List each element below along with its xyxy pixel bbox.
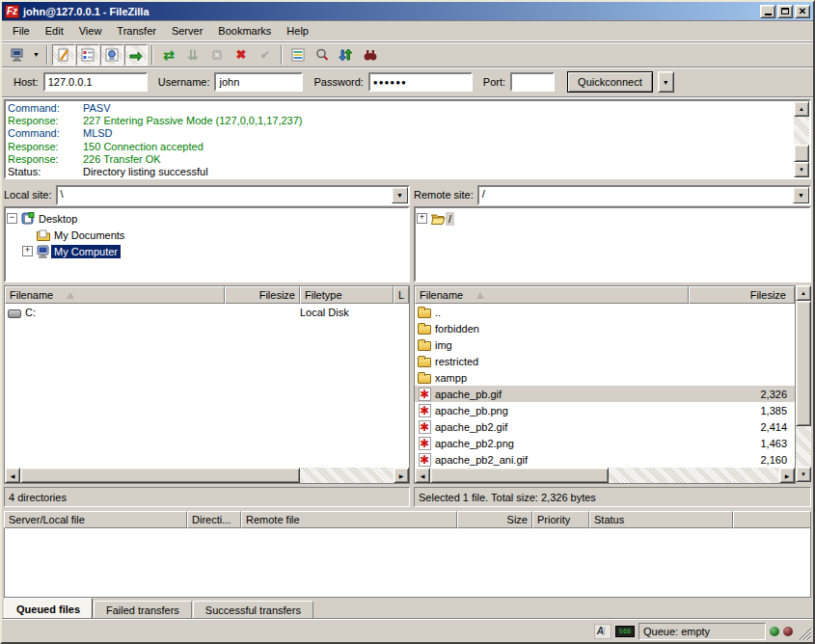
cancel-operation-button[interactable] <box>205 44 229 66</box>
column-header-filesize[interactable]: Filesize <box>225 286 300 304</box>
column-header-status[interactable]: Status <box>589 511 733 528</box>
reconnect-button[interactable]: ✔ <box>254 44 277 66</box>
tab-successful-transfers[interactable]: Successful transfers <box>193 601 313 619</box>
column-header-last-modified[interactable]: L <box>394 286 409 304</box>
file-row-restricted[interactable]: restricted <box>415 353 795 369</box>
column-header-direction[interactable]: Directi... <box>187 511 241 528</box>
refresh-button[interactable]: ⇄ <box>157 44 180 66</box>
port-input[interactable] <box>510 72 555 92</box>
file-row-xampp[interactable]: xampp <box>415 369 795 386</box>
queue-list[interactable] <box>4 528 811 598</box>
remote-list-header: Filename Filesize <box>415 286 795 304</box>
scroll-left-button[interactable]: ◀ <box>415 468 430 483</box>
scrollbar-thumb[interactable] <box>20 468 300 483</box>
ascii-data-type-icon[interactable]: A▏ <box>594 624 611 639</box>
column-header-size[interactable]: Size <box>457 511 532 528</box>
toggle-transfer-queue-button[interactable] <box>124 44 148 66</box>
menu-transfer[interactable]: Transfer <box>110 23 163 39</box>
column-header-priority[interactable]: Priority <box>532 511 589 528</box>
directory-comparison-button[interactable] <box>359 44 382 66</box>
toolbar-separator <box>46 45 48 65</box>
directory-listing-filters-button[interactable] <box>286 44 310 66</box>
tree-item-my-computer[interactable]: + My Computer <box>22 243 407 259</box>
host-input[interactable] <box>43 72 148 92</box>
search-icon <box>314 47 330 63</box>
minimize-button[interactable] <box>760 5 775 18</box>
local-site-combobox[interactable]: \ ▼ <box>56 185 410 205</box>
file-row-apache-pb2-gif[interactable]: apache_pb2.gif2,414 <box>415 418 795 435</box>
site-manager-dropdown[interactable]: ▼ <box>30 44 42 66</box>
image-file-icon <box>417 436 432 451</box>
file-row-apache-pb-png[interactable]: apache_pb.png1,385 <box>415 402 795 418</box>
synchronized-browsing-button[interactable] <box>335 44 358 66</box>
browser-area: Local site: \ ▼ − Desktop My Documents <box>2 181 813 509</box>
column-header-filename[interactable]: Filename <box>415 286 689 304</box>
file-row-parent-dir[interactable]: .. <box>415 304 795 320</box>
process-queue-button[interactable]: ⇊ <box>181 44 204 66</box>
resize-grip[interactable] <box>797 626 811 640</box>
scroll-up-button[interactable]: ▲ <box>794 101 809 117</box>
tree-item-desktop[interactable]: − Desktop <box>7 210 407 227</box>
scroll-right-button[interactable]: ▶ <box>394 468 409 483</box>
title-bar[interactable]: Fz john@127.0.0.1 - FileZilla ✕ <box>2 2 813 20</box>
scroll-down-button[interactable]: ▼ <box>794 162 809 177</box>
speed-limits-icon[interactable]: 568 <box>615 626 635 637</box>
username-input[interactable] <box>214 72 303 92</box>
quickconnect-dropdown[interactable]: ▼ <box>658 71 674 93</box>
column-header-filetype[interactable]: Filetype <box>300 286 394 304</box>
combo-dropdown-button[interactable]: ▼ <box>793 187 809 203</box>
tree-item-my-documents[interactable]: My Documents <box>22 227 407 243</box>
column-header-filesize[interactable]: Filesize <box>689 286 795 304</box>
collapse-icon[interactable]: − <box>7 213 17 224</box>
tab-queued-files[interactable]: Queued files <box>4 598 93 619</box>
tree-item-root[interactable]: + / <box>417 210 808 227</box>
scroll-right-button[interactable]: ▶ <box>779 468 795 483</box>
combo-dropdown-button[interactable]: ▼ <box>392 187 408 203</box>
menu-help[interactable]: Help <box>280 23 315 39</box>
expand-icon[interactable]: + <box>417 213 427 224</box>
quickconnect-button[interactable]: Quickconnect <box>567 71 653 93</box>
site-manager-button[interactable] <box>6 44 29 66</box>
scroll-left-button[interactable]: ◀ <box>5 468 20 483</box>
log-vertical-scrollbar[interactable]: ▲ ▼ <box>794 101 809 177</box>
tab-failed-transfers[interactable]: Failed transfers <box>94 601 192 619</box>
menu-server[interactable]: Server <box>165 23 209 39</box>
queue-status-text: Queue: empty <box>643 626 710 637</box>
scrollbar-thumb[interactable] <box>796 301 811 426</box>
file-row-apache-pb-gif[interactable]: apache_pb.gif2,326 <box>415 386 795 402</box>
cancel-icon <box>209 47 225 63</box>
remote-site-combobox[interactable]: / ▼ <box>477 185 811 205</box>
disconnect-button[interactable]: ✖ <box>230 44 253 66</box>
column-header-server-local-file[interactable]: Server/Local file <box>4 511 187 528</box>
expand-icon[interactable]: + <box>22 246 33 256</box>
toggle-local-tree-button[interactable] <box>76 44 99 66</box>
local-horizontal-scrollbar[interactable]: ◀ ▶ <box>5 468 409 483</box>
column-header-filename[interactable]: Filename <box>5 286 225 304</box>
menu-edit[interactable]: Edit <box>39 23 70 39</box>
column-header-remote-file[interactable]: Remote file <box>241 511 457 528</box>
menu-file[interactable]: File <box>6 23 37 39</box>
file-name: xampp <box>435 372 467 384</box>
toggle-remote-tree-button[interactable] <box>100 44 123 66</box>
file-name: apache_pb2_ani.gif <box>435 454 528 466</box>
scrollbar-thumb[interactable] <box>794 145 809 162</box>
sort-ascending-icon <box>67 292 74 299</box>
toggle-message-log-button[interactable] <box>52 44 75 66</box>
file-row-c-drive[interactable]: C: Local Disk <box>5 304 409 320</box>
scroll-up-button[interactable]: ▲ <box>796 285 811 301</box>
scrollbar-thumb[interactable] <box>430 468 609 483</box>
folder-icon <box>417 354 432 369</box>
maximize-button[interactable] <box>777 5 793 18</box>
file-row-apache-pb2-ani-gif[interactable]: apache_pb2_ani.gif2,160 <box>415 451 795 468</box>
file-row-img[interactable]: img <box>415 336 795 353</box>
password-input[interactable] <box>368 72 473 92</box>
remote-horizontal-scrollbar[interactable]: ◀ ▶ <box>415 468 795 483</box>
scroll-down-button[interactable]: ▼ <box>796 467 811 482</box>
remote-vertical-scrollbar[interactable]: ▲ ▼ <box>796 285 811 482</box>
menu-view[interactable]: View <box>72 23 109 39</box>
file-search-button[interactable] <box>311 44 334 66</box>
menu-bookmarks[interactable]: Bookmarks <box>211 23 278 39</box>
close-button[interactable]: ✕ <box>795 5 810 18</box>
file-row-apache-pb2-png[interactable]: apache_pb2.png1,463 <box>415 435 795 451</box>
file-row-forbidden[interactable]: forbidden <box>415 320 795 336</box>
